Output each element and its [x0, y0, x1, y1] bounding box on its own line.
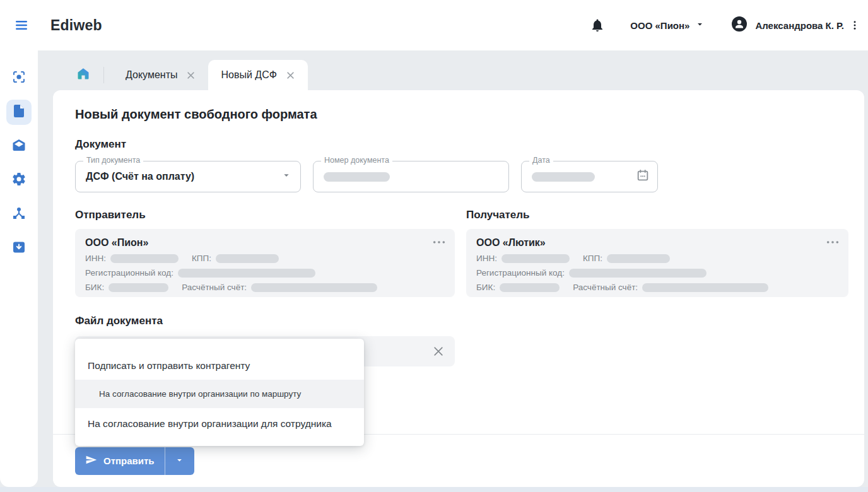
doc-type-label: Тип документа	[83, 156, 143, 165]
send-button[interactable]: Отправить	[75, 447, 165, 475]
window-bottom-strip	[0, 487, 868, 492]
user-menu[interactable]: Александрова К. Р.	[731, 16, 844, 35]
tab-bar: Документы Новый ДСФ	[53, 50, 864, 90]
kpp-label: КПП:	[192, 254, 211, 263]
document-icon	[11, 103, 26, 121]
sender-inn-kpp-row: ИНН: КПП:	[85, 254, 445, 263]
redacted-value	[569, 269, 707, 278]
content-card: Новый документ свободного формата Докуме…	[53, 90, 864, 487]
redacted-value	[607, 254, 670, 263]
send-split-button: Отправить	[75, 447, 194, 475]
redacted-value	[501, 254, 570, 263]
tab-new-dsf-label: Новый ДСФ	[221, 69, 276, 81]
sidebar-item-scan[interactable]	[6, 66, 32, 91]
receiver-more-icon[interactable]	[826, 237, 840, 243]
tab-documents[interactable]: Документы	[113, 60, 208, 90]
org-selector[interactable]: ООО «Пион»	[630, 20, 705, 32]
send-button-dropdown[interactable]	[165, 447, 194, 475]
settings-icon	[11, 172, 26, 189]
receiver-card: ООО «Лютик» ИНН: КПП: Регистрационный ко…	[466, 229, 848, 297]
receiver-bank-row: БИК: Расчётный счёт:	[476, 283, 838, 292]
reg-code-label: Регистрационный код:	[476, 268, 565, 278]
account-label: Расчётный счёт:	[573, 283, 638, 292]
mail-icon	[11, 138, 26, 155]
send-icon	[85, 454, 98, 468]
sidebar-item-settings[interactable]	[6, 168, 32, 193]
redacted-value	[532, 172, 595, 182]
doc-type-value: ДСФ (Счёт на оплату)	[86, 171, 194, 182]
bik-label: БИК:	[85, 283, 104, 292]
tab-divider	[103, 67, 104, 83]
inn-label: ИНН:	[85, 254, 106, 263]
receiver-name: ООО «Лютик»	[476, 237, 838, 249]
receiver-heading: Получатель	[466, 209, 848, 221]
chevron-down-icon	[175, 455, 184, 467]
tab-new-dsf[interactable]: Новый ДСФ	[208, 60, 307, 90]
account-label: Расчётный счёт:	[182, 283, 247, 292]
receiver-inn-kpp-row: ИНН: КПП:	[476, 254, 838, 263]
send-options-menu: Подписать и отправить контрагенту На сог…	[75, 339, 364, 446]
bell-icon[interactable]	[590, 18, 605, 33]
sidebar-item-documents[interactable]	[6, 100, 32, 125]
chevron-down-icon	[695, 20, 705, 32]
sender-card: ООО «Пион» ИНН: КПП: Регистрационный код…	[75, 229, 455, 297]
sender-column: Отправитель ООО «Пион» ИНН: КПП: Регистр…	[75, 209, 455, 297]
section-document-heading: Документ	[75, 138, 848, 151]
inbox-icon	[11, 240, 26, 257]
redacted-value	[500, 283, 560, 292]
kebab-menu-icon[interactable]	[849, 18, 860, 32]
home-icon	[76, 66, 91, 84]
sidebar	[0, 50, 38, 487]
org-structure-icon	[11, 206, 26, 223]
org-selector-label: ООО «Пион»	[630, 20, 689, 31]
sidebar-item-org-structure[interactable]	[6, 202, 32, 227]
sidebar-item-inbox[interactable]	[6, 236, 32, 261]
user-name: Александрова К. Р.	[755, 20, 844, 31]
sender-regcode-row: Регистрационный код:	[85, 268, 445, 278]
kpp-label: КПП:	[583, 254, 602, 263]
close-icon[interactable]	[186, 71, 196, 80]
redacted-value	[108, 283, 168, 292]
redacted-value	[324, 172, 390, 182]
menu-item-approval-for-employee[interactable]: На согласование внутри организации для с…	[75, 408, 364, 440]
send-button-label: Отправить	[103, 455, 155, 466]
tab-home[interactable]	[72, 60, 95, 90]
close-icon[interactable]	[286, 71, 295, 80]
doc-number-label: Номер документа	[321, 156, 392, 165]
avatar-icon	[731, 16, 748, 35]
sender-name: ООО «Пион»	[85, 237, 445, 249]
redacted-value	[216, 254, 279, 263]
redacted-value	[110, 254, 179, 263]
reg-code-label: Регистрационный код:	[85, 268, 173, 278]
menu-item-approval-by-route[interactable]: На согласование внутри организации по ма…	[75, 380, 364, 408]
sidebar-item-mail[interactable]	[6, 134, 32, 159]
sender-bank-row: БИК: Расчётный счёт:	[85, 283, 445, 292]
redacted-value	[251, 283, 377, 292]
receiver-column: Получатель ООО «Лютик» ИНН: КПП: Регистр…	[466, 209, 848, 297]
main-area: Документы Новый ДСФ Новый документ свобо…	[53, 50, 864, 487]
sender-heading: Отправитель	[75, 209, 455, 221]
chevron-down-icon	[281, 170, 291, 183]
topbar: Ediweb ООО «Пион» Александрова К. Р.	[0, 0, 868, 50]
calendar-icon[interactable]	[636, 168, 650, 185]
menu-item-sign-and-send[interactable]: Подписать и отправить контрагенту	[75, 351, 364, 380]
menu-icon[interactable]	[14, 18, 29, 33]
date-input[interactable]: Дата	[521, 161, 658, 192]
topbar-right: ООО «Пион» Александрова К. Р.	[590, 16, 868, 35]
page-title: Новый документ свободного формата	[75, 107, 848, 122]
receiver-regcode-row: Регистрационный код:	[476, 268, 838, 278]
redacted-value	[642, 283, 768, 292]
app-logo[interactable]: Ediweb	[50, 17, 102, 34]
tab-documents-label: Документы	[126, 69, 177, 81]
close-icon[interactable]	[432, 345, 445, 358]
doc-number-input[interactable]: Номер документа	[313, 161, 509, 192]
redacted-value	[178, 269, 315, 278]
inn-label: ИНН:	[476, 254, 497, 263]
document-fields-row: Тип документа ДСФ (Счёт на оплату) Номер…	[75, 161, 848, 192]
parties-row: Отправитель ООО «Пион» ИНН: КПП: Регистр…	[75, 209, 848, 297]
bik-label: БИК:	[476, 283, 495, 292]
doc-type-select[interactable]: Тип документа ДСФ (Счёт на оплату)	[75, 161, 301, 192]
section-file-heading: Файл документа	[75, 315, 848, 327]
sender-more-icon[interactable]	[432, 237, 446, 243]
date-label: Дата	[529, 156, 553, 165]
